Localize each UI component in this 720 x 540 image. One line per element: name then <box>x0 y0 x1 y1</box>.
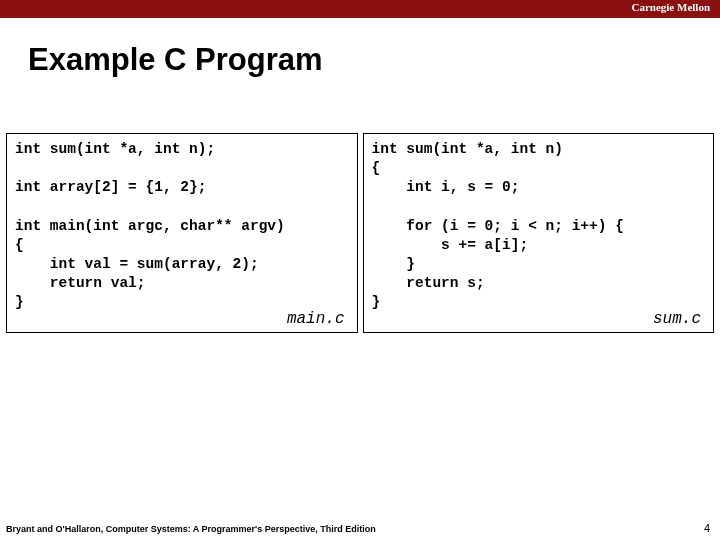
slide: Carnegie Mellon Example C Program int su… <box>0 0 720 540</box>
filename-sum: sum.c <box>653 310 701 328</box>
code-box-main: int sum(int *a, int n); int array[2] = {… <box>6 133 358 333</box>
header-band: Carnegie Mellon <box>0 0 720 18</box>
institution-label: Carnegie Mellon <box>631 1 710 13</box>
page-number: 4 <box>704 522 710 534</box>
footer: Bryant and O'Hallaron, Computer Systems:… <box>6 522 710 534</box>
code-sum: int sum(int *a, int n) { int i, s = 0; f… <box>372 140 706 312</box>
filename-main: main.c <box>287 310 345 328</box>
code-row: int sum(int *a, int n); int array[2] = {… <box>0 133 720 333</box>
code-main: int sum(int *a, int n); int array[2] = {… <box>15 140 349 312</box>
code-box-sum: int sum(int *a, int n) { int i, s = 0; f… <box>363 133 715 333</box>
footer-reference: Bryant and O'Hallaron, Computer Systems:… <box>6 524 376 534</box>
slide-title: Example C Program <box>28 42 720 78</box>
